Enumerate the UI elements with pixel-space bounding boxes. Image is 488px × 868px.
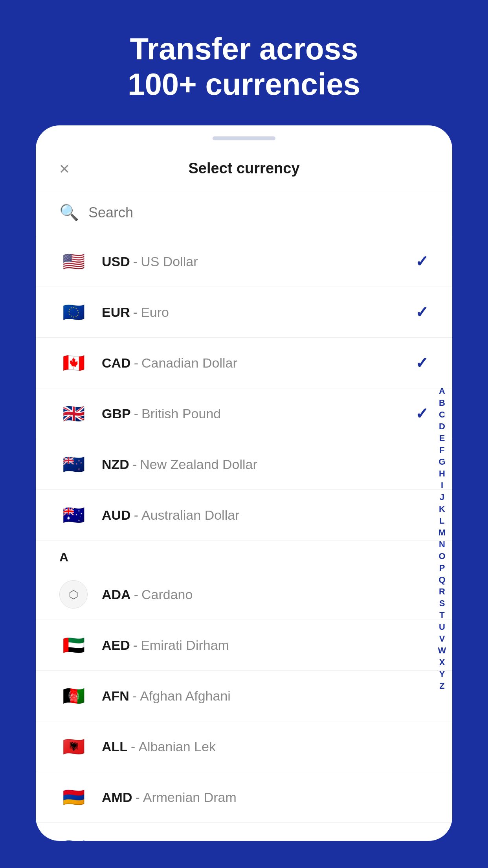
alpha-o[interactable]: O	[437, 551, 448, 561]
currency-code: AMD	[102, 790, 132, 805]
alpha-f[interactable]: F	[437, 445, 448, 455]
list-item[interactable]: 🇦🇪 AED - Emirati Dirham	[36, 620, 452, 671]
flag-cad: 🇨🇦	[59, 349, 88, 377]
drag-handle[interactable]	[213, 136, 275, 140]
alpha-u[interactable]: U	[437, 622, 448, 632]
search-icon: 🔍	[59, 203, 79, 222]
flag-gbp: 🇬🇧	[59, 399, 88, 428]
currency-code: NZD	[102, 457, 129, 472]
check-mark: ✓	[415, 252, 429, 270]
alpha-j[interactable]: J	[437, 492, 448, 502]
currency-name: Euro	[141, 305, 169, 320]
modal-header: × Select currency	[36, 140, 452, 189]
alpha-g[interactable]: G	[437, 457, 448, 467]
list-item[interactable]: ⬡ ADA - Cardano	[36, 569, 452, 620]
currency-dash: -	[134, 508, 138, 523]
currency-dash: -	[134, 587, 138, 602]
check-mark: ✓	[415, 303, 429, 321]
search-input[interactable]	[88, 204, 429, 221]
flag-ang: 🇨🇼	[59, 834, 88, 841]
alpha-e[interactable]: E	[437, 433, 448, 443]
alpha-l[interactable]: L	[437, 516, 448, 526]
alpha-q[interactable]: Q	[437, 575, 448, 585]
currency-dash: -	[131, 739, 135, 754]
list-item[interactable]: 🇦🇱 ALL - Albanian Lek	[36, 721, 452, 772]
alpha-d[interactable]: D	[437, 421, 448, 432]
alpha-z[interactable]: Z	[437, 681, 448, 691]
close-button[interactable]: ×	[59, 160, 70, 177]
currency-code: AFN	[102, 688, 129, 704]
alpha-n[interactable]: N	[437, 539, 448, 550]
currency-name: New Zealand Dollar	[140, 457, 257, 472]
currency-dash: -	[134, 355, 138, 371]
header-line2: 100+ currencies	[128, 67, 360, 101]
currency-dash: -	[133, 638, 138, 653]
flag-all: 🇦🇱	[59, 732, 88, 761]
list-item[interactable]: 🇺🇸 USD - US Dollar ✓	[36, 236, 452, 287]
flag-aed: 🇦🇪	[59, 631, 88, 659]
currency-name: British Pound	[141, 406, 221, 421]
currency-name: US Dollar	[141, 254, 198, 269]
alpha-w[interactable]: W	[437, 645, 448, 656]
flag-nzd: 🇳🇿	[59, 450, 88, 478]
alpha-h[interactable]: H	[437, 469, 448, 479]
flag-amd: 🇦🇲	[59, 783, 88, 811]
check-mark: ✓	[415, 354, 429, 372]
currency-code: ANG	[102, 840, 132, 841]
currency-code: AED	[102, 638, 130, 653]
alphabet-nav: A B C D E F G H I J K L M N O P Q R S T …	[437, 236, 448, 841]
currency-dash: -	[135, 840, 139, 841]
header-title: Transfer across 100+ currencies	[104, 31, 384, 102]
check-mark: ✓	[415, 405, 429, 423]
currency-name: Emirati Dirham	[141, 638, 229, 653]
alpha-s[interactable]: S	[437, 598, 448, 609]
flag-afn: 🇦🇫	[59, 682, 88, 710]
currency-name: Afghan Afghani	[140, 688, 231, 704]
currency-name: Albanian Lek	[138, 739, 216, 754]
list-item[interactable]: 🇨🇦 CAD - Canadian Dollar ✓	[36, 338, 452, 388]
flag-aud: 🇦🇺	[59, 501, 88, 529]
currency-code: ALL	[102, 739, 128, 754]
list-item[interactable]: 🇳🇿 NZD - New Zealand Dollar	[36, 439, 452, 490]
list-item[interactable]: 🇦🇺 AUD - Australian Dollar	[36, 490, 452, 541]
alpha-i[interactable]: I	[437, 480, 448, 491]
currency-list: 🇺🇸 USD - US Dollar ✓ 🇪🇺 EUR - Euro ✓ 🇨🇦 …	[36, 236, 452, 841]
alpha-c[interactable]: C	[437, 410, 448, 420]
alpha-y[interactable]: Y	[437, 669, 448, 679]
alpha-b[interactable]: B	[437, 398, 448, 408]
currency-name: Canadian Dollar	[141, 355, 237, 371]
alpha-v[interactable]: V	[437, 634, 448, 644]
alpha-x[interactable]: X	[437, 657, 448, 668]
alpha-t[interactable]: T	[437, 610, 448, 620]
currency-dash: -	[133, 305, 138, 320]
list-item[interactable]: 🇨🇼 ANG - Dutch Guilder	[36, 823, 452, 841]
currency-code: CAD	[102, 355, 131, 371]
currency-dash: -	[135, 790, 139, 805]
flag-eur: 🇪🇺	[59, 298, 88, 326]
currency-name: Australian Dollar	[141, 508, 239, 523]
currency-code: AUD	[102, 508, 131, 523]
currency-code: USD	[102, 254, 130, 269]
alpha-r[interactable]: R	[437, 587, 448, 597]
currency-dash: -	[132, 688, 137, 704]
list-item[interactable]: 🇦🇫 AFN - Afghan Afghani	[36, 671, 452, 721]
currency-dash: -	[133, 254, 138, 269]
alpha-a[interactable]: A	[437, 386, 448, 396]
currency-code: ADA	[102, 587, 131, 602]
currency-code: EUR	[102, 305, 130, 320]
currency-dash: -	[134, 406, 138, 421]
flag-usd: 🇺🇸	[59, 247, 88, 276]
currency-dash: -	[132, 457, 137, 472]
header-line1: Transfer across	[130, 31, 358, 66]
list-item[interactable]: 🇬🇧 GBP - British Pound ✓	[36, 388, 452, 439]
currency-code: GBP	[102, 406, 131, 421]
alpha-p[interactable]: P	[437, 563, 448, 573]
section-label-a: A	[36, 541, 452, 569]
alpha-k[interactable]: K	[437, 504, 448, 514]
list-item[interactable]: 🇦🇲 AMD - Armenian Dram	[36, 772, 452, 823]
alpha-m[interactable]: M	[437, 528, 448, 538]
modal-title: Select currency	[188, 160, 299, 177]
search-bar: 🔍	[36, 189, 452, 236]
phone-frame: × Select currency 🔍 🇺🇸 USD - US Dollar ✓…	[36, 125, 452, 841]
list-item[interactable]: 🇪🇺 EUR - Euro ✓	[36, 287, 452, 338]
